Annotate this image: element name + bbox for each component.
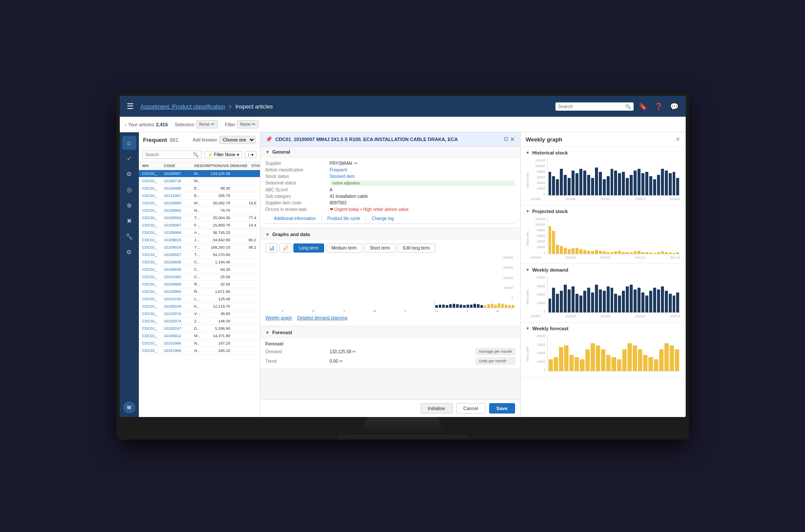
long-term-button[interactable]: Long term — [293, 243, 324, 253]
table-row[interactable]: CDC01_ 10102074 2-POLE UPPO / SURFACE So… — [139, 318, 260, 325]
x-axis-label: 202025 — [670, 315, 680, 318]
right-chart-wrap-projected_stock: 120000100000800006000040000200000 — [531, 217, 680, 254]
article-search-input[interactable] — [145, 152, 191, 157]
table-row[interactable]: CDC01_ 10109024 T50R 4-6x200 NATURAL WIR… — [139, 244, 260, 251]
right-section-header-weekly_forecast[interactable]: ▼Weekly forecast — [526, 326, 680, 331]
mini-bar — [669, 253, 672, 254]
table-row[interactable]: CDC01_ 10100109 KR / KS20Mounting Bracke… — [139, 303, 260, 310]
mini-bar — [614, 251, 617, 254]
graphs-section-header[interactable]: ▼ Graphs and data — [260, 229, 520, 240]
mini-bar — [564, 248, 567, 254]
nav-gear-icon[interactable]: ⚙ — [122, 245, 136, 259]
table-row[interactable]: CDC01_ 10109036 CONNECTOR RJ45 1419 GROU… — [139, 259, 260, 266]
table-row[interactable]: CDC01_ 10102074 VALOME HERROS 40-400W Ju… — [139, 310, 260, 318]
mini-bar — [575, 294, 578, 312]
table-row[interactable]: CDC01_ 10100247 DS / 164 / 250V / IPT1-U… — [139, 325, 260, 332]
mini-bar — [628, 343, 632, 371]
chevron-down-icon: ▾ — [237, 152, 239, 157]
nav-circle-icon[interactable]: ◎ — [122, 183, 136, 197]
table-row[interactable]: CDC01_ 10109062 NALONRTULP 4x0.8mm (1pac… — [139, 207, 260, 214]
x-axis-label: 201951 — [600, 315, 610, 318]
table-row[interactable]: CDC01_ 10102150 LEVEL 11-BT 1500W K 40x1… — [139, 296, 260, 303]
detailed-demand-link[interactable]: Detailed demand planning — [297, 315, 347, 320]
tab-change-log[interactable]: Change log — [368, 214, 397, 223]
forecast-section-header[interactable]: ▼ Forecast — [260, 327, 520, 338]
table-row[interactable]: CDC01_ 10109060 RM63 1000V 1428M65 Side … — [139, 281, 260, 288]
table-row[interactable]: CDC01_ 10109067 FMP 677Camera Support 40… — [139, 222, 260, 229]
nav-search-icon[interactable]: ⚙ — [122, 167, 136, 181]
tab-product-lifecycle[interactable]: Product life cycle — [324, 214, 364, 223]
table-row[interactable]: CDC01_ 10100007 MM4J 3X1.5 S R100, Eca I… — [139, 170, 260, 177]
detail-close-icon[interactable]: ✕ — [510, 136, 515, 143]
article-search-wrap[interactable]: 🔍 — [142, 151, 202, 159]
table-row[interactable]: CDC01_ 10101966 NFN-96 10 15W IPC4 40x13… — [139, 340, 260, 347]
right-chart-x-axis-weekly_demand: 201925201938201951202012202025 — [531, 314, 680, 319]
search-input[interactable] — [558, 104, 623, 109]
nav-wrench-icon[interactable]: 🔧 — [122, 230, 136, 243]
trend-value: 0.00 ✏ — [330, 359, 473, 364]
nav-check-icon[interactable]: ✓ — [122, 151, 136, 165]
table-row[interactable]: CDC01_ 10109060 MA60 D275-208 S-03Rulbat… — [139, 200, 260, 207]
medium-term-button[interactable]: Medium term — [326, 243, 362, 253]
chart-type-bar-icon[interactable]: 📊 — [266, 243, 278, 253]
table-row[interactable]: CDC01_ 10101966 NFN-96 87 750W IPC4 40x8… — [139, 347, 260, 355]
table-row[interactable]: CDC01_ 10109486 ELECTRICAL FIBER 96W BLA… — [139, 185, 260, 192]
table-row[interactable]: CDC01_ 10109965 RM4R 1050 10Cable 50 mm3… — [139, 288, 260, 296]
table-row[interactable]: CDC01_ 10109063 TELLU 13 FR 200maintenan… — [139, 214, 260, 222]
bookmark-icon[interactable]: 🔖 — [637, 101, 649, 112]
breadcrumb-separator: > — [229, 103, 232, 110]
browser-select[interactable]: Choose one — [219, 136, 256, 144]
message-icon[interactable]: 💬 — [668, 101, 680, 112]
right-section-header-weekly_demand[interactable]: ▼Weekly demand — [526, 267, 680, 273]
mini-bar — [657, 252, 660, 254]
nav-close-icon[interactable]: ✖ — [122, 214, 136, 228]
initialise-button[interactable]: Initialise — [421, 403, 453, 414]
table-row[interactable]: CDC01_ 10109023 JMPP 1773 25-FGR PIPE pl… — [139, 236, 260, 244]
general-section-header[interactable]: ▼ General — [260, 147, 520, 158]
x-axis-label: 201938 — [565, 315, 575, 318]
detail-maximize-icon[interactable]: ⊡ — [504, 136, 508, 143]
avatar[interactable]: W — [123, 401, 135, 414]
add-browser: Add browser Choose one — [193, 136, 255, 144]
graphs-chevron-icon: ▼ — [266, 232, 270, 237]
breadcrumb-link[interactable]: Assortment: Product classification — [141, 103, 225, 110]
table-row[interactable]: CDC01_ 10109027 T50R 7-6x200 MAS2unit Ma… — [139, 251, 260, 259]
mini-bar — [645, 252, 648, 254]
right-close-icon[interactable]: ✕ — [675, 136, 680, 143]
search-bar[interactable]: 🔍 — [555, 102, 634, 111]
filter-edit-icon[interactable]: ✏ — [252, 122, 256, 127]
edit-long-term-button[interactable]: Edit long term — [398, 243, 436, 253]
weekly-graph-link[interactable]: Weekly graph — [266, 315, 292, 320]
table-row[interactable]: CDC01_ 10109068 AFUX-HF C-PRo 5x1.5 S FX… — [139, 229, 260, 236]
supplier-edit-icon[interactable]: ✏ — [354, 161, 358, 166]
selection-edit-icon[interactable]: ✏ — [211, 122, 215, 127]
sort-button[interactable]: ↕ ▾ — [245, 151, 256, 158]
filter-button[interactable]: ⚡ Filter None ▾ — [204, 151, 242, 158]
nav-layers-icon[interactable]: ⊕ — [122, 198, 136, 212]
cancel-button[interactable]: Cancel — [456, 403, 486, 414]
mini-bar — [665, 252, 668, 254]
chart-type-line-icon[interactable]: 📈 — [279, 243, 292, 253]
y-axis-label-weekly_forecast: Stock units — [526, 347, 529, 361]
right-section-header-historical_stock[interactable]: ▼Historical stock — [526, 150, 680, 155]
article-class-value[interactable]: Frequent — [330, 167, 515, 172]
nav-home-icon[interactable]: ⌂ — [122, 136, 136, 150]
menu-icon[interactable]: ☰ — [125, 100, 135, 113]
tab-additional-info[interactable]: Additional information — [271, 214, 319, 223]
trend-edit-icon[interactable]: ✏ — [339, 359, 343, 364]
table-row[interactable]: CDC01_ 10108716 MA60 2X1 4/3 S-06 3x0.08… — [139, 177, 260, 185]
trend-unit: Units per month — [476, 358, 515, 365]
mini-bar — [634, 251, 637, 254]
table-row[interactable]: CDC01_ 10100012 MC8HR 4X2.5 5 P3'R Power… — [139, 332, 260, 340]
right-section-header-projected_stock[interactable]: ▼Projected stock — [526, 209, 680, 214]
help-icon[interactable]: ❓ — [653, 101, 665, 112]
table-row[interactable]: CDC01_ 10109030 CDC 44BCable Cable Distr… — [139, 266, 260, 273]
short-term-button[interactable]: Short term — [364, 243, 396, 253]
mini-bar — [673, 296, 676, 312]
mini-bar — [596, 345, 600, 371]
table-row[interactable]: CDC01_ 10121967 ESC81 100Conductor Break… — [139, 192, 260, 200]
save-button[interactable]: Save — [489, 403, 515, 414]
table-row[interactable]: CDC01_ 10101082 CLB 25 2.5M / B27 F6. E1… — [139, 273, 260, 281]
chart-bar — [491, 304, 493, 308]
demand-edit-icon[interactable]: ✏ — [352, 349, 356, 354]
